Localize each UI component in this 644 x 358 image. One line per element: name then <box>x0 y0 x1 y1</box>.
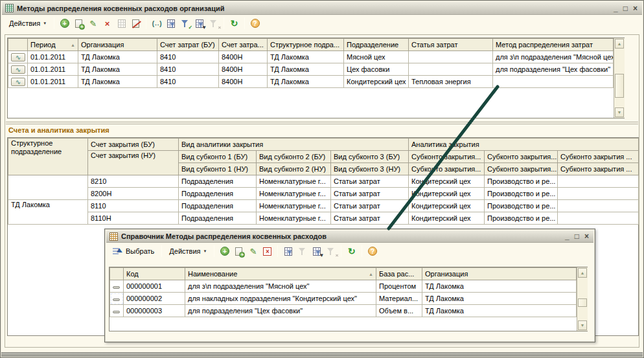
column-header-account-nu[interactable]: Счет затра... <box>219 39 268 51</box>
cell-method[interactable]: для з\п подразделения "Мясной цех" <box>493 51 614 63</box>
cell-sub3[interactable]: Статьи затрат <box>331 212 409 225</box>
cell-organization[interactable]: ТД Лакомка <box>78 76 157 88</box>
cell-period[interactable]: 01.01.2011 <box>28 51 78 63</box>
table1-scrollbar[interactable]: ▲ ▼ <box>614 38 625 118</box>
scroll-thumb[interactable] <box>578 298 587 307</box>
close-icon[interactable]: × <box>633 5 638 12</box>
column-header-closing-sub2-nu[interactable]: Субконто закрытия... <box>485 163 558 175</box>
cell-structural-unit[interactable]: ТД Лакомка <box>268 76 344 88</box>
cell-cost-item[interactable]: Тепловая энергия <box>409 76 493 88</box>
fit-columns-button[interactable]: (↔) <box>150 18 163 29</box>
filter-off-button[interactable]: × <box>207 18 220 29</box>
filter-sort-button[interactable] <box>165 18 177 29</box>
cell-code[interactable]: 000000003 <box>124 305 185 317</box>
column-header-closing-sub2[interactable]: Субконто закрытия... <box>485 151 558 163</box>
cell-base[interactable]: Объем в... <box>376 305 422 317</box>
cell-sub3[interactable]: Статьи затрат <box>331 175 409 188</box>
cell-account-bu[interactable]: 8410 <box>157 63 219 76</box>
close-icon[interactable]: × <box>584 232 589 240</box>
cell-analytics3[interactable] <box>558 188 639 200</box>
cell-code[interactable]: 000000002 <box>124 293 185 305</box>
cell-sub1[interactable]: Подразделения <box>179 188 257 200</box>
column-header-closing-sub1-nu[interactable]: Субконто закрытия... <box>409 163 485 175</box>
scroll-down-icon[interactable]: ▼ <box>615 107 624 117</box>
copy-button[interactable]: + <box>73 18 85 29</box>
cell-name[interactable]: для з\п подразделения "Мясной цех" <box>185 280 376 293</box>
column-header-sub3-bu[interactable]: Вид субконто 3 (БУ) <box>331 151 409 163</box>
scroll-up-icon[interactable]: ▲ <box>578 268 587 278</box>
cell-analytics2[interactable]: Производство и ре... <box>485 200 558 212</box>
column-header-closing-sub1[interactable]: Субконто закрытия... <box>409 151 485 163</box>
cell-account-bu[interactable]: 8410 <box>157 76 219 88</box>
filter-by-value-button[interactable] <box>296 246 308 257</box>
cell-sub1[interactable]: Подразделения <box>179 175 257 188</box>
column-header-sub1-nu[interactable]: Вид субконто 1 (НУ) <box>179 163 257 175</box>
cell-account-nu[interactable]: 8400Н <box>219 76 268 88</box>
column-header-base[interactable]: База рас... <box>376 268 422 280</box>
cell-sub2[interactable]: Номенклатурные г... <box>257 200 331 212</box>
column-header-closing-account-bu[interactable]: Счет закрытия (БУ) <box>88 139 179 151</box>
help-button[interactable]: ? <box>366 246 378 257</box>
edit-button[interactable]: ✎ <box>87 18 99 29</box>
cell-sub2[interactable]: Номенклатурные г... <box>257 212 331 225</box>
column-header-closing-sub3[interactable]: Субконто закрытия ... <box>558 151 639 163</box>
filter-sort-button[interactable] <box>282 246 294 257</box>
cell-department[interactable]: Кондитерский цех <box>344 76 409 88</box>
cell-analytics2[interactable]: Производство и ре... <box>485 212 558 225</box>
copy-button[interactable]: + <box>233 246 245 257</box>
cell-organization[interactable]: ТД Лакомка <box>78 63 157 76</box>
cell-structural-unit[interactable]: ТД Лакомка <box>268 51 344 63</box>
column-header-code[interactable]: Код <box>124 268 185 280</box>
column-header-organization[interactable]: Организация <box>422 268 577 280</box>
cell-analytics1[interactable]: Кондитерский цех <box>409 200 485 212</box>
minimize-icon[interactable]: _ <box>614 5 618 12</box>
cell-account-nu[interactable]: 8400Н <box>219 63 268 76</box>
cell-analytics3[interactable] <box>558 212 639 225</box>
cell-cost-item[interactable] <box>409 63 493 76</box>
refresh-button[interactable]: ↻ <box>228 18 240 29</box>
column-header-structural-unit[interactable]: Структурное подра... <box>268 39 344 51</box>
cell-account-nu[interactable]: 8400Н <box>219 51 268 63</box>
filter-history-button[interactable]: ▼ <box>193 18 205 29</box>
edit-button[interactable]: ✎ <box>247 246 259 257</box>
scroll-thumb[interactable] <box>615 74 624 98</box>
cell-name[interactable]: для подразделения "Цех фасовки" <box>185 305 376 317</box>
cell-analytics3[interactable] <box>558 200 639 212</box>
column-header-sub1-bu[interactable]: Вид субконто 1 (БУ) <box>179 151 257 163</box>
column-header-organization[interactable]: Организация <box>78 39 157 51</box>
scroll-down-icon[interactable]: ▼ <box>578 320 587 330</box>
row-marker-column-header[interactable] <box>8 39 28 51</box>
maximize-icon[interactable]: □ <box>623 5 628 12</box>
cell-organization[interactable]: ТД Лакомка <box>422 280 577 293</box>
add-button[interactable]: + <box>58 18 71 29</box>
cell-sub1[interactable]: Подразделения <box>179 212 257 225</box>
row-marker-column-header[interactable] <box>110 268 124 280</box>
cell-closing-account[interactable]: 8110Н <box>88 212 179 225</box>
cell-base[interactable]: Процентом <box>376 280 422 293</box>
cell-analytics1[interactable]: Кондитерский цех <box>409 175 485 188</box>
column-header-analytics[interactable]: Аналитика закрытия <box>409 139 639 151</box>
cell-cost-item[interactable] <box>409 51 493 63</box>
cell-organization[interactable]: ТД Лакомка <box>78 51 157 63</box>
cell-sub2[interactable]: Номенклатурные г... <box>257 188 331 200</box>
cell-analytics3[interactable] <box>558 175 639 188</box>
cell-closing-account[interactable]: 8110 <box>88 200 179 212</box>
cell-department[interactable]: Мясной цех <box>344 51 409 63</box>
column-header-period[interactable]: Период▲ <box>28 39 78 51</box>
cell-sub3[interactable]: Статьи затрат <box>331 188 409 200</box>
delete-mark-button[interactable]: × <box>261 246 273 257</box>
actions-menu-button[interactable]: Действия ▼ <box>5 18 51 28</box>
refresh-button[interactable]: ↻ <box>345 246 358 257</box>
cell-period[interactable]: 01.01.2011 <box>28 63 78 76</box>
help-button[interactable]: ? <box>249 18 261 29</box>
cell-method[interactable]: для подразделения "Цех фасовки" <box>493 63 614 76</box>
cell-analytics2[interactable]: Производство и ре... <box>485 188 558 200</box>
column-header-closing-sub3-nu[interactable]: Субконто закрытия ... <box>558 163 639 175</box>
pane-splitter[interactable] <box>6 122 638 124</box>
add-button[interactable]: + <box>218 246 231 257</box>
filter-history-button[interactable]: ▼ <box>310 246 323 257</box>
column-header-closing-account-nu[interactable]: Счет закрытия (НУ) <box>88 151 179 175</box>
cell-department[interactable]: Цех фасовки <box>344 63 409 76</box>
dialog-scrollbar[interactable]: ▲ ▼ <box>577 267 588 331</box>
cell-code[interactable]: 000000001 <box>124 280 185 293</box>
